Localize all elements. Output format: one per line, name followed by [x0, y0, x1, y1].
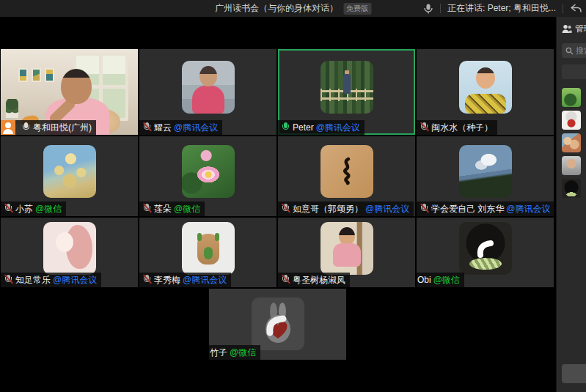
panel-bottom-button[interactable]	[562, 364, 586, 383]
participant-avatar	[321, 61, 373, 114]
panel-header: 管理成员	[562, 23, 586, 35]
participant-avatar	[43, 222, 96, 275]
participant-name: 莲朵	[154, 203, 172, 215]
participant-tile[interactable]: 粤和田悦(广州)	[1, 49, 138, 135]
participant-label: 粤和田悦(广州)	[1, 120, 96, 135]
wall-paintings	[18, 68, 54, 82]
participant-platform: @腾讯会议	[506, 203, 550, 215]
participant-avatar	[182, 145, 235, 198]
participant-avatar	[182, 61, 235, 114]
grid-row: 知足常乐 @腾讯会议 李秀梅 @腾讯会议 粤圣树杨淑凤	[1, 218, 554, 287]
participant-tile-speaking[interactable]: Peter @腾讯会议	[278, 49, 415, 135]
member-avatar-woman-photo[interactable]	[562, 156, 581, 175]
participant-name: 知足常乐	[15, 274, 51, 286]
search-input[interactable]	[576, 46, 586, 55]
microphone-icon	[143, 204, 151, 214]
microphone-icon	[22, 122, 30, 133]
participant-platform: @腾讯会议	[183, 274, 227, 286]
participant-tile[interactable]: Obi @微信	[417, 218, 554, 287]
participant-avatar	[43, 145, 96, 198]
meeting-title: 广州读书会（与你的身体对话）	[215, 2, 338, 15]
participant-tile[interactable]: 莲朵 @微信	[139, 136, 276, 216]
participant-platform: @腾讯会议	[174, 122, 218, 134]
meeting-window: 广州读书会（与你的身体对话） 免费版 正在讲话: Peter; 粤和田悦...	[0, 0, 586, 392]
participant-tile[interactable]: 竹子 @微信	[209, 289, 346, 360]
participant-label: 耀云 @腾讯会议	[139, 120, 222, 135]
participant-platform: @腾讯会议	[365, 203, 409, 215]
participant-avatar	[459, 61, 512, 114]
microphone-icon[interactable]	[423, 4, 433, 14]
speaking-status: 正在讲话: Peter; 粤和田悦...	[447, 2, 556, 15]
grid-row: 粤和田悦(广州) 耀云 @腾讯会议 Peter @腾讯会议 闽	[1, 49, 554, 135]
participant-name: 李秀梅	[154, 274, 180, 286]
participant-tile[interactable]: 如意哥（郭颂勇） @腾讯会议	[278, 136, 415, 216]
participant-tile[interactable]: 李秀梅 @腾讯会议	[139, 218, 276, 287]
participant-tile[interactable]: 粤圣树杨淑凤	[278, 218, 415, 287]
member-avatar-family-photo[interactable]	[562, 133, 581, 152]
participant-tile[interactable]: 小苏 @微信	[1, 136, 138, 216]
participant-avatar	[321, 222, 373, 275]
host-indicator-icon	[1, 120, 15, 135]
participant-name: 闽水水（种子）	[431, 122, 493, 134]
member-search[interactable]	[562, 43, 586, 58]
participant-avatar	[459, 145, 512, 198]
participant-name: 如意哥（郭颂勇）	[293, 203, 363, 215]
free-version-badge: 免费版	[343, 3, 371, 15]
participant-avatar	[182, 222, 235, 275]
reply-arrow-icon[interactable]	[570, 4, 582, 13]
participant-tile[interactable]: 闽水水（种子）	[417, 49, 554, 135]
plant	[6, 99, 18, 118]
participant-platform: @微信	[230, 347, 256, 359]
meeting-title-group: 广州读书会（与你的身体对话） 免费版	[215, 0, 371, 17]
participant-platform: @腾讯会议	[53, 274, 97, 286]
microphone-icon	[282, 122, 290, 133]
participant-label: 李秀梅 @腾讯会议	[139, 273, 231, 287]
phone-call-icon	[473, 236, 498, 261]
participant-avatar	[459, 222, 512, 275]
top-bar-right: 正在讲话: Peter; 粤和田悦...	[423, 0, 582, 17]
participant-label: 如意哥（郭颂勇） @腾讯会议	[278, 201, 414, 216]
member-avatar-rabbit-with-heart[interactable]	[562, 111, 581, 130]
grid-row: 竹子 @微信	[209, 289, 346, 360]
participant-avatar	[321, 145, 373, 198]
participant-label: 知足常乐 @腾讯会议	[1, 273, 101, 287]
participant-name: Peter	[293, 122, 314, 133]
member-list	[562, 88, 586, 198]
microphone-icon	[143, 122, 151, 133]
participant-platform: @微信	[174, 203, 200, 215]
microphone-icon	[282, 275, 290, 285]
member-avatar-green-landscape[interactable]	[562, 88, 581, 107]
participant-name: 小苏	[15, 203, 33, 215]
participant-name: 粤和田悦(广州)	[33, 122, 92, 134]
phone-call-icon	[256, 302, 300, 346]
calligraphy-icon	[331, 155, 363, 188]
participant-label: 小苏 @微信	[1, 201, 66, 216]
grid-row: 小苏 @微信 莲朵 @微信 如意哥（郭颂勇） @腾讯会议	[1, 136, 554, 216]
microphone-icon	[4, 204, 12, 214]
participant-label: 莲朵 @微信	[139, 201, 205, 216]
participant-name: 学会爱自己 刘东华	[431, 203, 504, 215]
top-bar: 广州读书会（与你的身体对话） 免费版 正在讲话: Peter; 粤和田悦...	[0, 0, 586, 17]
person-head	[61, 69, 92, 104]
participant-tile[interactable]: 耀云 @腾讯会议	[139, 49, 276, 135]
microphone-icon	[143, 275, 151, 285]
participant-avatar	[252, 297, 304, 350]
microphone-icon	[420, 122, 428, 133]
participant-tile[interactable]: 学会爱自己 刘东华 @腾讯会议	[417, 136, 554, 216]
microphone-icon	[420, 204, 428, 214]
divider	[440, 4, 441, 13]
microphone-icon	[4, 275, 12, 285]
participant-label: 竹子 @微信	[209, 345, 260, 360]
participant-name: 粤圣树杨淑凤	[293, 274, 345, 286]
panel-tab-strip[interactable]	[562, 64, 586, 79]
microphone-icon	[282, 204, 290, 214]
search-icon	[565, 47, 574, 55]
participant-label: 学会爱自己 刘东华 @腾讯会议	[417, 201, 554, 216]
participant-label: Obi @微信	[417, 273, 464, 287]
participant-label: Peter @腾讯会议	[278, 120, 365, 135]
participant-tile[interactable]: 知足常乐 @腾讯会议	[1, 218, 138, 287]
manage-members-panel: 管理成员	[556, 17, 586, 392]
member-avatar-black-cat[interactable]	[562, 179, 581, 198]
participant-name: Obi	[417, 275, 431, 285]
participant-label: 闽水水（种子）	[417, 120, 497, 135]
